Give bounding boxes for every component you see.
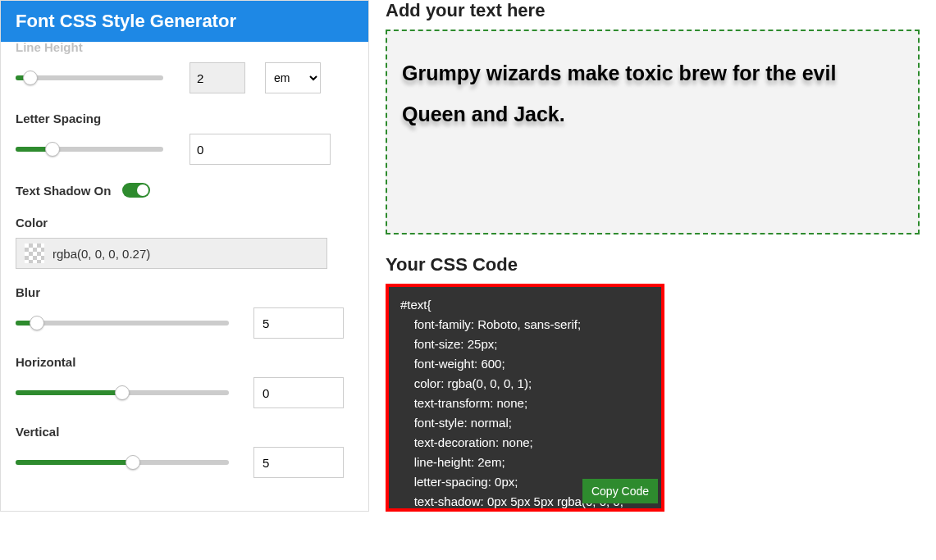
letter-spacing-slider[interactable] [16,147,163,152]
text-shadow-label: Text Shadow On [16,184,111,198]
text-shadow-toggle[interactable] [122,183,150,198]
vertical-label: Vertical [16,425,354,439]
vertical-input[interactable] [253,447,344,478]
panel-title: Font CSS Style Generator [1,1,368,42]
controls-panel: Font CSS Style Generator Line Height em … [0,0,369,512]
vertical-slider[interactable] [16,460,229,465]
copy-code-button[interactable]: Copy Code [582,479,658,503]
letter-spacing-input[interactable] [189,134,331,165]
right-panel: Add your text here Grumpy wizards make t… [386,0,936,512]
blur-slider[interactable] [16,321,229,326]
horizontal-slider[interactable] [16,390,229,395]
line-height-slider[interactable] [16,75,163,80]
color-input[interactable]: rgba(0, 0, 0, 0.27) [16,238,327,269]
panel-body: Line Height em Letter Spacing [1,42,368,509]
line-height-label: Line Height [16,42,354,54]
blur-label: Blur [16,285,354,299]
color-value: rgba(0, 0, 0, 0.27) [53,247,150,261]
css-code-output[interactable]: #text{ font-family: Roboto, sans-serif; … [389,287,661,508]
horizontal-input[interactable] [253,377,344,408]
preview-box[interactable]: Grumpy wizards make toxic brew for the e… [386,30,920,234]
letter-spacing-label: Letter Spacing [16,112,354,125]
blur-input[interactable] [253,307,344,339]
preview-text[interactable]: Grumpy wizards make toxic brew for the e… [402,52,903,134]
color-label: Color [16,216,354,230]
line-height-unit-select[interactable]: em [265,62,321,93]
transparency-icon [25,244,44,263]
css-heading: Your CSS Code [386,254,920,275]
preview-heading: Add your text here [386,0,920,21]
line-height-input[interactable] [189,62,245,93]
code-wrap: #text{ font-family: Roboto, sans-serif; … [386,284,664,512]
horizontal-label: Horizontal [16,355,354,369]
